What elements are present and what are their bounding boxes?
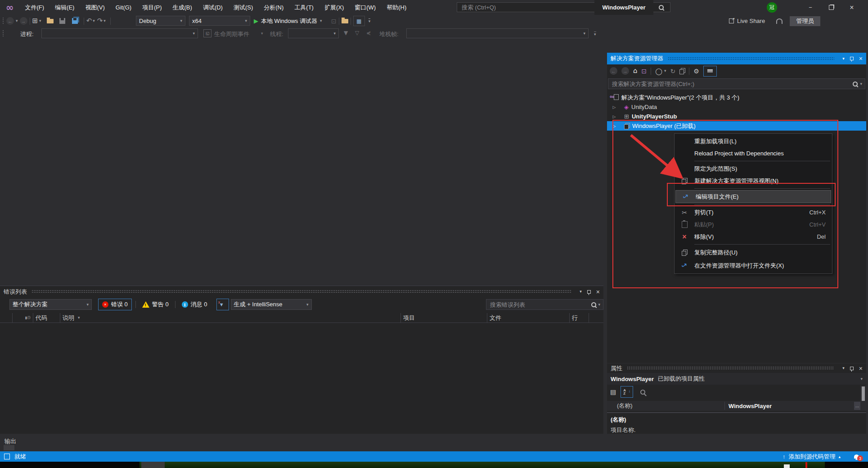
property-ellipsis-button[interactable]: … — [854, 402, 860, 410]
menu-help[interactable]: 帮助(H) — [382, 4, 411, 12]
close-icon[interactable]: × — [596, 289, 600, 295]
menu-view[interactable]: 视图(V) — [80, 4, 109, 12]
expand-chevron-icon[interactable]: ▷ — [611, 105, 618, 109]
menu-test[interactable]: 测试(S) — [229, 4, 258, 12]
toolbar-grip[interactable] — [2, 30, 4, 37]
window-position-caret-icon[interactable]: ▾ — [580, 290, 582, 294]
object-selector-combo[interactable]: WindowsPlayer 已卸载的项目属性 ▾ — [607, 373, 866, 385]
search-caret-icon[interactable]: ▾ — [598, 303, 600, 307]
header-description[interactable]: 说明▾ — [60, 313, 401, 323]
build-filter-combo[interactable]: 生成 + IntelliSense▾ — [231, 299, 312, 310]
filter-threads-icon[interactable]: ▼ — [344, 30, 348, 36]
redo-caret-icon[interactable]: ▾ — [103, 19, 106, 23]
live-share-button[interactable]: ↗ Live Share — [729, 16, 765, 26]
minimize-button[interactable]: − — [800, 0, 821, 15]
se-back-button[interactable]: ← — [610, 67, 617, 75]
feedback-icon[interactable] — [776, 18, 783, 24]
search-caret-icon[interactable]: ▾ — [860, 82, 862, 86]
property-pages-key-icon[interactable] — [639, 388, 647, 395]
menu-edit[interactable]: 编辑(E) — [50, 4, 79, 12]
step-into-current-icon[interactable]: ◱ — [203, 29, 211, 37]
output-tab[interactable]: 输出 — [4, 437, 16, 445]
toolbar-grip[interactable] — [2, 17, 4, 25]
se-forward-button[interactable]: → — [621, 67, 629, 75]
menu-tools[interactable]: 工具(T) — [289, 4, 319, 12]
categorized-icon[interactable]: ▤ — [610, 389, 616, 395]
window-position-caret-icon[interactable]: ▾ — [842, 57, 845, 61]
scrollbar-thumb[interactable] — [862, 386, 865, 401]
menu-file[interactable]: 文件(F) — [20, 4, 49, 12]
stack-frame-combo[interactable]: ▾ — [406, 28, 589, 38]
properties-title-bar[interactable]: 属性 ▾ × — [607, 363, 866, 373]
header-severity[interactable]: ▮⓵ — [13, 313, 33, 323]
tree-item-unitydata[interactable]: ▷ ◈ UnityData — [607, 102, 866, 112]
undo-caret-icon[interactable]: ▾ — [93, 19, 95, 23]
thread-combo[interactable]: ▾ — [288, 28, 339, 38]
header-project[interactable]: 项目 — [401, 313, 487, 323]
messages-filter-button[interactable]: i 消息 0 — [179, 299, 210, 310]
attach-process-icon[interactable]: ⊡ — [331, 18, 337, 24]
errors-filter-button[interactable]: × 错误 0 — [98, 299, 132, 310]
redo-button[interactable]: ↷ — [97, 18, 103, 24]
alphabetical-sort-button[interactable]: ↓ — [621, 386, 633, 398]
open-file-button[interactable] — [47, 19, 54, 23]
menu-project[interactable]: 项目(P) — [137, 4, 166, 12]
header-suppression[interactable] — [589, 313, 603, 323]
show-all-files-button[interactable] — [703, 66, 717, 77]
properties-scrollbar[interactable] — [860, 386, 866, 411]
lifecycle-events-label[interactable]: 生命周期事件 — [214, 30, 249, 38]
header-line[interactable]: 行 — [570, 313, 589, 323]
new-project-caret-icon[interactable]: ▾ — [39, 19, 41, 23]
background-tasks-icon[interactable] — [4, 454, 10, 459]
save-all-button[interactable] — [72, 18, 78, 24]
sync-selection-icon[interactable]: ↻ — [670, 68, 675, 74]
expand-chevron-icon[interactable]: ▷ — [611, 114, 618, 119]
menu-window[interactable]: 窗口(W) — [350, 4, 381, 12]
save-button[interactable] — [59, 18, 65, 24]
header-code[interactable]: 代码 — [33, 313, 60, 323]
properties-wrench-icon[interactable]: ⚙ — [693, 68, 699, 74]
home-icon[interactable]: ⌂ — [633, 68, 638, 74]
menu-analyze[interactable]: 分析(N) — [259, 4, 288, 12]
filter-flagged-icon[interactable]: ▽ — [355, 30, 359, 36]
start-debugging-caret-icon[interactable]: ▾ — [320, 19, 322, 23]
header-file[interactable]: 文件 — [487, 313, 570, 323]
output-scrollbar-stub[interactable] — [4, 445, 14, 450]
pending-changes-caret-icon[interactable]: ▾ — [664, 69, 666, 73]
menu-git[interactable]: Git(G) — [111, 4, 136, 11]
avatar[interactable]: 冠 — [767, 2, 777, 13]
new-project-button[interactable]: ⊞ — [32, 18, 38, 24]
solution-search-box[interactable]: ▾ — [608, 78, 865, 89]
suspend-threads-icon[interactable]: ⋞ — [366, 30, 371, 36]
environment-preview-button[interactable]: ▦ — [353, 16, 365, 26]
pin-icon[interactable] — [587, 290, 591, 294]
configuration-combo[interactable]: Debug▾ — [136, 16, 185, 26]
menu-extensions[interactable]: 扩展(X) — [319, 4, 349, 12]
close-button[interactable]: × — [841, 0, 862, 15]
navigate-back-caret-icon[interactable]: ▾ — [16, 19, 18, 23]
intellisense-filter-icon-button[interactable]: ▼x — [216, 299, 229, 310]
error-search-input[interactable] — [489, 301, 591, 309]
tree-item-solution[interactable]: ∞ 解决方案“WindowsPlayer”(2 个项目，共 3 个) — [607, 93, 866, 102]
property-value-cell[interactable]: WindowsPlayer — [725, 403, 772, 409]
undo-button[interactable]: ↶ — [86, 18, 92, 24]
window-position-caret-icon[interactable]: ▾ — [842, 366, 845, 370]
close-icon[interactable]: × — [859, 55, 863, 62]
restore-button[interactable] — [821, 0, 841, 15]
error-scope-combo[interactable]: 整个解决方案▾ — [9, 299, 92, 310]
close-icon[interactable]: × — [859, 365, 863, 372]
navigate-forward-button[interactable]: → — [20, 17, 27, 25]
menu-build[interactable]: 生成(B) — [168, 4, 197, 12]
pin-icon[interactable] — [850, 367, 854, 370]
switch-views-icon[interactable]: ⊡ — [642, 68, 647, 74]
add-to-source-control-button[interactable]: ↑ 添加到源代码管理 ▴ — [783, 453, 841, 461]
process-combo[interactable]: ▾ — [41, 28, 198, 38]
property-row-name[interactable]: (名称) WindowsPlayer … — [607, 401, 860, 411]
debug-toolbar-overflow-button[interactable]: ▾ — [594, 32, 596, 36]
lifecycle-caret-icon[interactable]: ▾ — [261, 32, 263, 36]
start-debugging-button[interactable]: ▶ 本地 Windows 调试器 ▾ — [254, 16, 322, 26]
error-list-body[interactable] — [0, 323, 603, 434]
platform-combo[interactable]: x64▾ — [189, 16, 250, 26]
pin-icon[interactable] — [850, 57, 854, 60]
collapse-all-icon[interactable] — [679, 68, 685, 74]
